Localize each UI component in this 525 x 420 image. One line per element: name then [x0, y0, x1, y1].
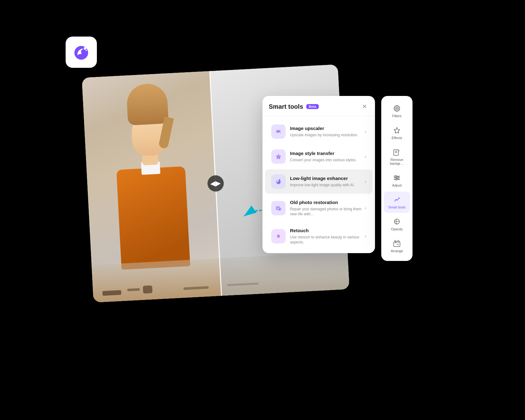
svg-point-9 [279, 179, 280, 180]
tool-arrow-low-light-enhancer: › [365, 179, 366, 184]
tool-icon-image-upscaler: 4K [271, 124, 286, 139]
filters-icon [392, 104, 401, 113]
panel-title-row: Smart tools Beta [269, 103, 319, 110]
sidebar-label-adjust: Adjust [392, 183, 402, 187]
sidebar-item-opacity[interactable]: Opacity [384, 213, 410, 235]
right-sidebar: Filters Effects Remove backgr… Adjust Sm… [381, 96, 412, 261]
sidebar-item-effects[interactable]: Effects [384, 122, 410, 143]
remove-bg-icon [392, 148, 401, 157]
sidebar-label-remove-bg: Remove backgr… [386, 158, 408, 165]
svg-point-3 [86, 50, 87, 51]
sidebar-item-filters[interactable]: Filters [384, 100, 410, 122]
app-logo [66, 37, 97, 68]
tool-desc-low-light-enhancer: Improve low-light image quality with AI. [290, 182, 365, 188]
sidebar-label-opacity: Opacity [391, 227, 402, 231]
opacity-icon [392, 217, 401, 226]
sidebar-label-effects: Effects [392, 136, 402, 140]
tool-icon-low-light-enhancer [271, 174, 286, 189]
svg-line-25 [399, 198, 400, 199]
effects-icon [392, 126, 401, 135]
panel-title: Smart tools [269, 103, 303, 110]
tool-item-retouch[interactable]: Retouch Use retouch to enhance beauty in… [265, 222, 372, 250]
tool-desc-old-photo-restoration: Repair your damaged photos or bring them… [290, 207, 365, 217]
tool-name-retouch: Retouch [290, 228, 365, 234]
tool-item-old-photo-restoration[interactable]: Old photo restoration Repair your damage… [265, 194, 372, 222]
tool-icon-image-style-transfer [271, 149, 286, 164]
panel-header: Smart tools Beta ✕ [262, 96, 375, 116]
tool-desc-image-style-transfer: Convert your images into various styles. [290, 158, 365, 163]
sidebar-item-remove-bg[interactable]: Remove backgr… [384, 144, 410, 169]
beta-badge: Beta [306, 104, 319, 109]
sidebar-item-smart-tools[interactable]: Smart tools [384, 192, 410, 213]
svg-point-2 [86, 46, 88, 47]
tool-desc-image-upscaler: Upscale images by increasing resolution. [290, 132, 365, 138]
tool-desc-retouch: Use retouch to enhance beauty in various… [290, 235, 365, 245]
svg-point-22 [395, 176, 397, 177]
smart-tools-panel: Smart tools Beta ✕ 4K Image upscaler Ups… [262, 96, 375, 253]
tool-icon-retouch [271, 229, 286, 243]
tool-name-old-photo-restoration: Old photo restoration [290, 199, 365, 206]
tool-list: 4K Image upscaler Upscale images by incr… [262, 116, 375, 253]
tool-icon-old-photo-restoration [271, 201, 286, 215]
photo-left-half [82, 71, 222, 302]
tool-item-image-upscaler[interactable]: 4K Image upscaler Upscale images by incr… [265, 119, 372, 144]
tool-item-low-light-enhancer[interactable]: Low-light image enhancer Improve low-lig… [265, 169, 372, 194]
arrange-icon [392, 239, 401, 248]
svg-point-28 [397, 244, 398, 245]
tool-item-image-style-transfer[interactable]: Image style transfer Convert your images… [265, 144, 372, 169]
sidebar-label-arrange: Arrange [391, 249, 403, 253]
tool-arrow-old-photo-restoration: › [365, 205, 366, 211]
svg-point-12 [278, 208, 281, 211]
tool-arrow-retouch: › [365, 233, 366, 239]
tool-arrow-image-upscaler: › [365, 129, 366, 134]
svg-point-10 [280, 179, 280, 179]
tool-arrow-image-style-transfer: › [365, 154, 366, 159]
svg-point-23 [397, 177, 399, 179]
smart-tools-icon [392, 195, 401, 204]
close-button[interactable]: ✕ [360, 102, 369, 111]
svg-point-1 [84, 47, 86, 50]
sidebar-label-smart-tools: Smart tools [388, 205, 406, 209]
sidebar-item-arrange[interactable]: Arrange [384, 235, 410, 257]
svg-point-24 [396, 179, 397, 180]
svg-rect-26 [394, 242, 400, 247]
tool-name-image-style-transfer: Image style transfer [290, 150, 365, 157]
tool-name-low-light-enhancer: Low-light image enhancer [290, 175, 365, 182]
adjust-icon [392, 173, 401, 182]
tool-name-image-upscaler: Image upscaler [290, 125, 365, 132]
sidebar-label-filters: Filters [392, 114, 402, 118]
sidebar-item-adjust[interactable]: Adjust [384, 170, 410, 191]
svg-point-15 [396, 108, 398, 109]
